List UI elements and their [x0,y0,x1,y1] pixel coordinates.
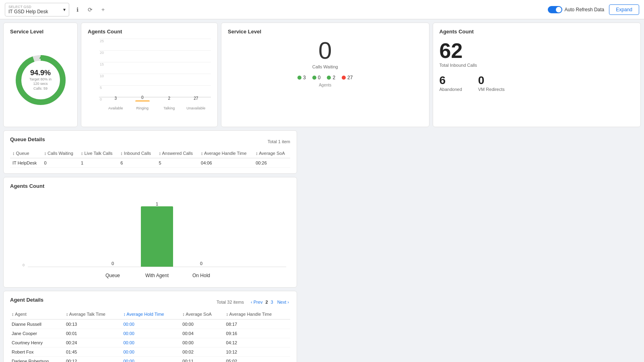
agent-handle-time: 08:17 [225,319,290,329]
topbar-right: Auto Refresh Data Expand [548,4,639,15]
auto-refresh-toggle[interactable]: Auto Refresh Data [548,6,605,13]
table-row: Robert Fox 01:45 00:00 00:02 10:12 [10,348,290,357]
queue-live-talk: 1 [78,158,118,168]
agent-soa: 00:00 [181,338,224,348]
chevron-down-icon: ▾ [63,7,66,12]
bar-on-hold [185,266,217,267]
donut-chart: 94.9% Target 80% in 120 secs Calls: 59 ▲ [12,52,69,108]
table-row: Darlene Robertson 00:12 00:00 00:11 05:0… [10,357,290,362]
dot-green-2 [312,76,316,80]
donut-calls: Calls: 59 [27,86,55,91]
page-3[interactable]: 3 [270,299,275,305]
queue-selector[interactable]: SELECT GSD IT GSD Help Desk ▾ [5,3,69,16]
service-level-title: Service Level [10,29,71,35]
x-label-on-hold: On Hold [185,273,217,278]
donut-percentage: 94.9% [27,68,55,77]
bar-x-unavailable: Unavailable [183,106,210,110]
queue-handle-time: 04:06 [198,158,253,168]
qcol-soa[interactable]: ↕ Average SoA [253,149,290,158]
agents-total-number: 62 [440,39,634,63]
queue-row: IT HelpDesk 0 1 6 5 04:06 00:26 [10,158,290,168]
next-page[interactable]: Next › [276,299,290,305]
agent-name: Courtney Henry [10,338,64,348]
queue-details-card: Queue Details Total 1 item ↕ Queue ↕ Cal… [3,130,297,174]
col-hold[interactable]: ↕ Average Hold Time [122,309,181,319]
right-column: Queue Details Total 1 item ↕ Queue ↕ Cal… [3,130,297,288]
bar-unavailable-label-top: 27 [194,96,198,101]
queue-label: SELECT GSD [8,5,48,9]
service-level-donut-card: Service Level 94.9% Target 80% in 120 se… [3,23,78,127]
dot-value-1: 3 [303,75,306,80]
donut-center: 94.9% Target 80% in 120 secs Calls: 59 [27,68,55,91]
agents-count-chart-bottom-card: Agents Count 0 0 [3,177,297,288]
agent-handle-time: 05:02 [225,357,290,362]
agent-soa: 00:02 [181,348,224,357]
qcol-live[interactable]: ↕ Live Talk Calls [78,149,118,158]
qcol-waiting[interactable]: ↕ Calls Waiting [41,149,78,158]
bar-available-label-top: 3 [114,96,117,101]
dot-item-1: 3 [297,75,306,80]
agent-hold-time: 00:00 [122,319,181,329]
dot-item-3: 2 [327,75,335,80]
agent-hold-time: 00:00 [122,329,181,338]
abandoned-item: 6 Abandoned [440,74,462,92]
agent-hold-time: 00:00 [122,338,181,348]
dot-item-2: 0 [312,75,321,80]
queue-calls-waiting: 0 [41,158,78,168]
y-axis-zero: 0 [23,263,25,267]
agents-count-chart-title: Agents Count [10,183,290,189]
toggle-switch[interactable] [548,6,562,13]
calls-waiting-label: Calls Waiting [228,64,423,69]
agent-soa: 00:04 [181,329,224,338]
agent-talk-time: 00:01 [64,329,122,338]
abandoned-number: 6 [440,74,462,87]
col-handle[interactable]: ↕ Average Handle Time [225,309,290,319]
dot-green-1 [297,76,301,80]
qcol-answered[interactable]: ↕ Answered Calls [157,149,199,158]
queue-details-title: Queue Details [10,136,45,142]
bar-with-agent-top-label: 1 [156,202,158,206]
agent-handle-time: 10:12 [225,348,290,357]
agent-details-title: Agent Details [10,297,43,303]
add-icon[interactable]: ＋ [98,5,108,14]
queue-soa: 00:26 [253,158,290,168]
expand-button[interactable]: Expand [609,4,639,15]
qcol-inbound[interactable]: ↕ Inbound Calls [118,149,156,158]
agents-dots: 3 0 2 27 [228,75,423,80]
queue-table-body: IT HelpDesk 0 1 6 5 04:06 00:26 [10,158,290,168]
agents-total-label: Total Inbound Calls [440,63,634,68]
qcol-handle[interactable]: ↕ Average Handle Time [198,149,253,158]
qcol-queue[interactable]: ↕ Queue [10,149,41,158]
agents-label: Agents [228,83,423,87]
queue-total-items: Total 1 item [268,139,290,144]
calls-waiting-number: 0 [228,39,423,63]
service-level-number-title: Service Level [228,29,423,35]
queue-table: ↕ Queue ↕ Calls Waiting ↕ Live Talk Call… [10,149,290,168]
info-icon[interactable]: ℹ [72,5,82,14]
agent-talk-time: 00:24 [64,338,122,348]
agents-count-bar-title: Agents Count [88,29,211,35]
bar-queue [97,266,129,267]
vm-redirects-item: 0 VM Redirects [478,74,505,92]
agent-handle-time: 04:12 [225,338,290,348]
bar-unavailable: 27 [183,96,210,101]
donut-arrow-icon: ▲ [39,55,43,60]
refresh-icon[interactable]: ⟳ [85,5,95,14]
agent-hold-time: 00:00 [122,348,181,357]
col-soa[interactable]: ↕ Average SoA [181,309,224,319]
table-row: Dianne Russell 00:13 00:00 00:00 08:17 [10,319,290,329]
dot-value-2: 0 [318,75,321,80]
table-header-row: ↕ Agent ↕ Average Talk Time ↕ Average Ho… [10,309,290,319]
bar-group-queue: 0 [97,261,129,267]
bar-x-available: Available [102,106,129,110]
donut-target: Target 80% in 120 secs [27,77,55,86]
bar-queue-top-label: 0 [111,261,114,266]
page-2[interactable]: 2 [265,300,268,304]
col-talk[interactable]: ↕ Average Talk Time [64,309,122,319]
agent-table-body: Dianne Russell 00:13 00:00 00:00 08:17 J… [10,319,290,362]
prev-page[interactable]: ‹ Prev [250,299,264,305]
col-agent[interactable]: ↕ Agent [10,309,64,319]
queue-header-row: ↕ Queue ↕ Calls Waiting ↕ Live Talk Call… [10,149,290,158]
agent-name: Darlene Robertson [10,357,64,362]
bar-with-agent [141,206,173,267]
